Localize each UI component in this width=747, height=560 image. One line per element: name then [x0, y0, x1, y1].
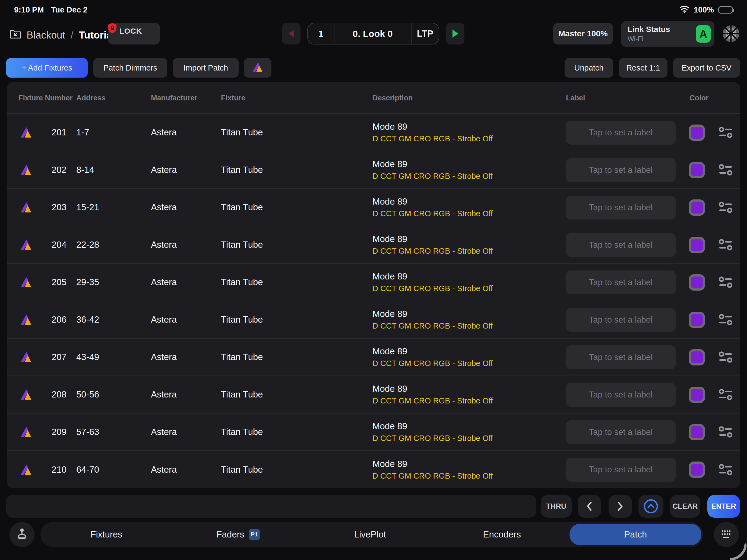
play-triangle-icon	[453, 30, 458, 38]
color-swatch[interactable]	[689, 312, 705, 328]
command-input[interactable]	[6, 495, 536, 518]
channel-layout-text: D CCT GM CRO RGB - Strobe Off	[372, 134, 493, 143]
description-cell: Mode 89 D CCT GM CRO RGB - Strobe Off	[372, 226, 493, 263]
color-swatch[interactable]	[689, 424, 705, 441]
row-settings-icon[interactable]	[719, 226, 732, 263]
row-settings-icon[interactable]	[719, 152, 732, 188]
color-swatch[interactable]	[689, 125, 705, 141]
astera-filter-button[interactable]	[244, 58, 272, 78]
label-field[interactable]: Tap to set a label	[566, 121, 676, 144]
label-field[interactable]: Tap to set a label	[566, 458, 676, 482]
manufacturer-cell: Astera	[151, 414, 177, 450]
table-row[interactable]: 209 57-63 Astera Titan Tube Mode 89 D CC…	[7, 414, 740, 451]
channel-layout-text: D CCT GM CRO RGB - Strobe Off	[372, 472, 493, 480]
table-row[interactable]: 207 43-49 Astera Titan Tube Mode 89 D CC…	[7, 339, 740, 376]
row-settings-icon[interactable]	[719, 414, 732, 450]
row-settings-icon[interactable]	[719, 114, 732, 151]
astera-logo-icon	[20, 189, 32, 226]
breadcrumb[interactable]: Blackout / Tutorial	[10, 27, 115, 44]
tab-encoders[interactable]: Encoders	[436, 522, 568, 547]
add-fixtures-button[interactable]: + Add Fixtures	[6, 58, 88, 78]
label-field[interactable]: Tap to set a label	[566, 308, 676, 332]
row-settings-icon[interactable]	[719, 189, 732, 226]
master-button[interactable]: Master 100%	[553, 23, 613, 45]
tab-faders[interactable]: Faders P1	[172, 522, 304, 547]
priority-mode[interactable]: LTP	[412, 23, 439, 44]
address-cell: 36-42	[76, 301, 99, 338]
unpatch-button[interactable]: Unpatch	[565, 58, 613, 78]
color-swatch[interactable]	[689, 199, 705, 216]
manufacturer-cell: Astera	[151, 264, 177, 301]
row-settings-icon[interactable]	[719, 264, 732, 301]
label-field[interactable]: Tap to set a label	[566, 196, 676, 219]
label-field[interactable]: Tap to set a label	[566, 158, 676, 182]
fixture-cell: Titan Tube	[221, 376, 263, 413]
column-color: Color	[690, 82, 709, 114]
color-swatch[interactable]	[689, 386, 705, 403]
battery-icon	[718, 6, 733, 14]
color-swatch[interactable]	[689, 349, 705, 366]
table-row[interactable]: 206 36-42 Astera Titan Tube Mode 89 D CC…	[7, 301, 740, 339]
table-row[interactable]: 203 15-21 Astera Titan Tube Mode 89 D CC…	[7, 189, 740, 226]
row-settings-icon[interactable]	[719, 301, 732, 338]
export-csv-button[interactable]: Export to CSV	[673, 58, 740, 78]
shield-lock-icon	[108, 27, 120, 35]
row-settings-icon[interactable]	[719, 339, 732, 375]
color-swatch[interactable]	[689, 237, 705, 253]
tab-patch-pill: Patch	[569, 524, 701, 545]
label-field[interactable]: Tap to set a label	[566, 233, 676, 257]
manufacturer-cell: Astera	[151, 376, 177, 413]
row-settings-icon[interactable]	[719, 451, 732, 488]
table-row[interactable]: 202 8-14 Astera Titan Tube Mode 89 D CCT…	[7, 152, 740, 189]
settings-wheel-icon[interactable]	[722, 25, 740, 42]
label-field[interactable]: Tap to set a label	[566, 345, 676, 369]
tab-fixtures[interactable]: Fixtures	[41, 522, 172, 547]
address-cell: 8-14	[76, 152, 94, 188]
playback-prev-button[interactable]	[282, 23, 301, 45]
table-row[interactable]: 210 64-70 Astera Titan Tube Mode 89 D CC…	[7, 451, 740, 488]
link-status-panel[interactable]: Link Status Wi-Fi A	[621, 21, 715, 47]
patch-dimmers-button[interactable]: Patch Dimmers	[93, 58, 167, 78]
label-field[interactable]: Tap to set a label	[566, 270, 676, 294]
fixture-cell: Titan Tube	[221, 339, 263, 375]
chevron-left-button[interactable]	[577, 495, 601, 518]
table-row[interactable]: 208 50-56 Astera Titan Tube Mode 89 D CC…	[7, 376, 740, 414]
description-cell: Mode 89 D CCT GM CRO RGB - Strobe Off	[372, 114, 493, 151]
collapse-keypad-button[interactable]	[638, 495, 663, 518]
lock-button[interactable]: LOCK	[108, 23, 160, 45]
row-settings-icon[interactable]	[719, 376, 732, 413]
table-row[interactable]: 204 22-28 Astera Titan Tube Mode 89 D CC…	[7, 226, 740, 264]
chevron-right-button[interactable]	[609, 495, 632, 518]
playback-display[interactable]: 1 0. Look 0 LTP	[307, 23, 439, 45]
enter-button[interactable]: ENTER	[707, 495, 740, 518]
clear-button[interactable]: CLEAR	[670, 495, 700, 518]
import-patch-button[interactable]: Import Patch	[173, 58, 239, 78]
tab-patch-label: Patch	[624, 529, 647, 540]
tab-liveplot-label: LivePlot	[354, 529, 386, 540]
cue-number[interactable]: 1	[308, 23, 334, 44]
table-row[interactable]: 201 1-7 Astera Titan Tube Mode 89 D CCT …	[7, 114, 740, 152]
battery-percent: 100%	[694, 5, 714, 15]
table-body: 201 1-7 Astera Titan Tube Mode 89 D CCT …	[7, 114, 740, 488]
label-field[interactable]: Tap to set a label	[566, 383, 676, 407]
tab-patch[interactable]: Patch	[568, 522, 703, 547]
playback-next-button[interactable]	[446, 23, 464, 45]
mode-text: Mode 89	[372, 309, 407, 319]
color-swatch[interactable]	[689, 274, 705, 291]
column-manufacturer: Manufacturer	[151, 82, 197, 114]
table-row[interactable]: 205 29-35 Astera Titan Tube Mode 89 D CC…	[7, 264, 740, 301]
look-name[interactable]: 0. Look 0	[334, 23, 412, 44]
tab-liveplot[interactable]: LivePlot	[304, 522, 436, 547]
label-field[interactable]: Tap to set a label	[566, 420, 676, 444]
thru-button[interactable]: THRU	[541, 495, 572, 518]
mode-text: Mode 89	[372, 459, 407, 469]
color-swatch[interactable]	[689, 461, 705, 478]
fixture-cell: Titan Tube	[221, 264, 263, 301]
color-swatch[interactable]	[689, 162, 705, 178]
patch-table: Fixture Number Address Manufacturer Fixt…	[7, 82, 740, 488]
description-cell: Mode 89 D CCT GM CRO RGB - Strobe Off	[372, 152, 493, 188]
date: Tue Dec 2	[51, 5, 88, 15]
reset-button[interactable]: Reset 1:1	[619, 58, 667, 78]
address-cell: 1-7	[76, 114, 89, 151]
joystick-button[interactable]	[9, 522, 34, 547]
